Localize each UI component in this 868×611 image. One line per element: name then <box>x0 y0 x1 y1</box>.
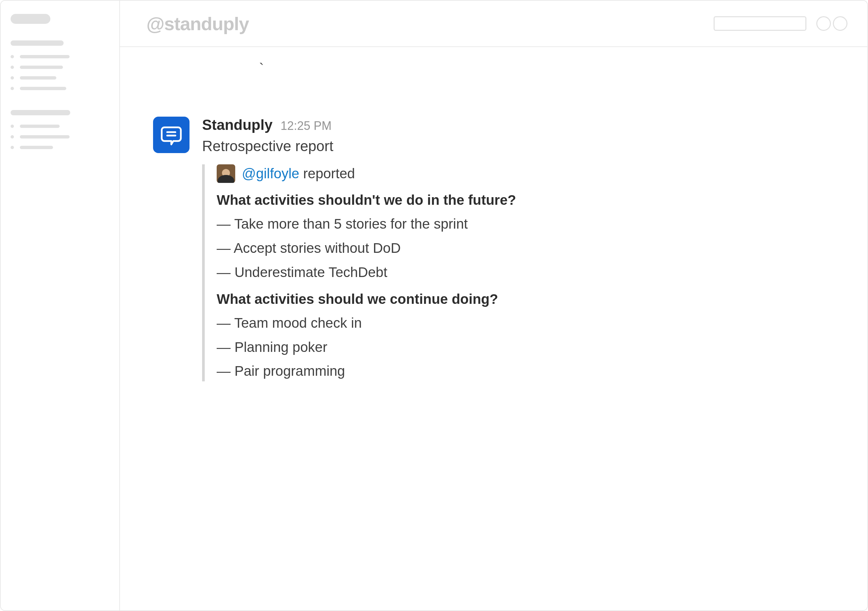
sidebar-item-placeholder[interactable] <box>11 66 109 69</box>
message-header: Standuply 12:25 PM <box>202 116 834 133</box>
retro-question: What activities shouldn't we do in the f… <box>217 192 834 208</box>
retro-answer: — Accept stories without DoD <box>217 238 834 259</box>
attachment-header: @gilfoyle reported <box>217 164 834 183</box>
topbar-action-icon[interactable] <box>833 16 848 31</box>
retro-answer: — Planning poker <box>217 337 834 358</box>
app-window: @standuply ` Standuply <box>0 0 868 611</box>
sidebar-item-placeholder[interactable] <box>11 146 109 149</box>
chat-bubble-icon <box>160 124 182 146</box>
sidebar-item-placeholder[interactable] <box>11 87 109 90</box>
message-author[interactable]: Standuply <box>202 116 273 133</box>
message-body: Standuply 12:25 PM Retrospective report … <box>202 116 834 385</box>
channel-title[interactable]: @standuply <box>146 13 249 34</box>
sidebar-section-title-placeholder <box>11 110 70 115</box>
user-mention[interactable]: @gilfoyle <box>242 166 299 181</box>
retro-answer: — Underestimate TechDebt <box>217 262 834 283</box>
sidebar-item-placeholder[interactable] <box>11 55 109 58</box>
retro-section: What activities should we continue doing… <box>217 291 834 382</box>
workspace-name-placeholder[interactable] <box>11 14 50 24</box>
message-list: ` Standuply 12:25 PM Retrospective repor… <box>120 47 867 610</box>
retro-section: What activities shouldn't we do in the f… <box>217 192 834 283</box>
retro-answer: — Team mood check in <box>217 313 834 333</box>
topbar-action-icon[interactable] <box>816 16 831 31</box>
attachment: @gilfoyle reported What activities shoul… <box>202 164 834 381</box>
bot-avatar[interactable] <box>153 116 189 153</box>
message-title: Retrospective report <box>202 138 834 154</box>
retro-question: What activities should we continue doing… <box>217 291 834 307</box>
topbar: @standuply <box>120 1 867 47</box>
sidebar-item-placeholder[interactable] <box>11 125 109 128</box>
retro-answer: — Take more than 5 stories for the sprin… <box>217 214 834 234</box>
main-panel: @standuply ` Standuply <box>120 1 867 610</box>
reported-label: reported <box>299 166 355 181</box>
sidebar <box>1 1 120 610</box>
stray-character: ` <box>259 60 834 77</box>
user-avatar[interactable] <box>217 164 235 183</box>
message: Standuply 12:25 PM Retrospective report … <box>153 116 834 385</box>
retro-answer: — Pair programming <box>217 361 834 381</box>
search-input[interactable] <box>714 16 806 31</box>
sidebar-section-title-placeholder <box>11 40 64 46</box>
sidebar-item-placeholder[interactable] <box>11 76 109 79</box>
sidebar-item-placeholder[interactable] <box>11 135 109 138</box>
message-timestamp: 12:25 PM <box>281 119 332 133</box>
